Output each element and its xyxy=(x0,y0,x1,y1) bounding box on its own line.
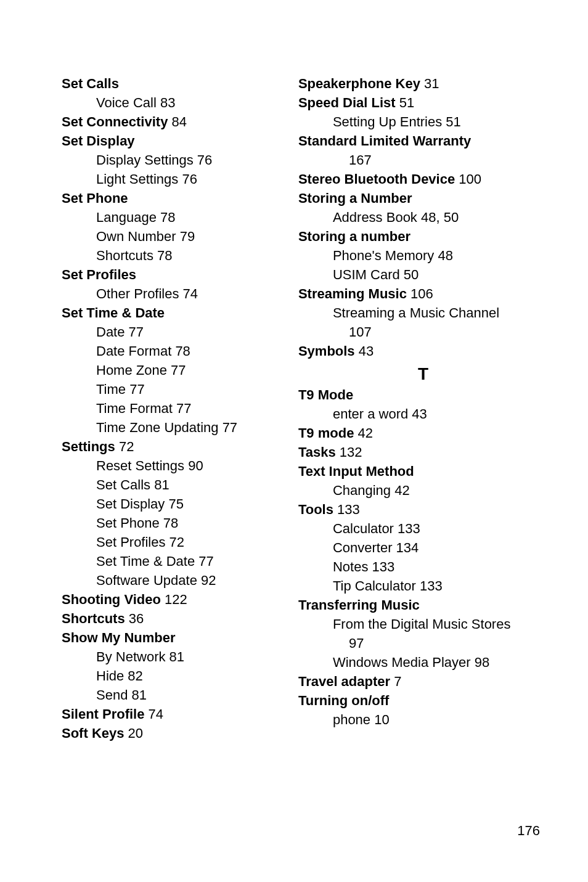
entry-page: 72 xyxy=(166,534,185,550)
index-entry: Streaming Music 106 xyxy=(298,284,548,303)
entry-label: Display Settings xyxy=(96,152,194,168)
index-entry: Time Zone Updating 77 xyxy=(62,418,292,437)
index-entry: Windows Media Player 98 xyxy=(298,653,548,672)
entry-page: 100 xyxy=(455,171,481,187)
index-entry: Software Update 92 xyxy=(62,571,292,590)
index-entry: Soft Keys 20 xyxy=(62,724,292,743)
index-entry: Travel adapter 7 xyxy=(298,672,548,691)
index-entry: Settings 72 xyxy=(62,437,292,456)
entry-page: 42 xyxy=(354,425,373,441)
entry-label: T9 mode xyxy=(298,425,354,441)
entry-page: 133 xyxy=(333,502,360,517)
index-entry: Storing a number xyxy=(298,227,548,246)
entry-page: 133 xyxy=(368,559,394,574)
entry-label: Hide xyxy=(96,668,124,684)
entry-page: 81 xyxy=(128,687,147,703)
entry-label: Set Calls xyxy=(96,477,150,492)
index-entry: T9 mode 42 xyxy=(298,423,548,443)
entry-page: 43 xyxy=(355,343,374,359)
index-entry: Text Input Method xyxy=(298,462,548,481)
entry-page: 167 xyxy=(349,152,372,168)
entry-label: Shooting Video xyxy=(62,592,161,607)
index-entry: Set Time & Date 77 xyxy=(62,552,292,571)
index-entry: Notes 133 xyxy=(298,557,548,576)
entry-label: Converter xyxy=(333,540,393,555)
index-entry: T9 Mode xyxy=(298,385,548,404)
entry-page: 42 xyxy=(391,483,410,498)
index-entry: Other Profiles 74 xyxy=(62,284,292,303)
index-entry: Converter 134 xyxy=(298,538,548,557)
entry-label: Set Profiles xyxy=(96,534,166,550)
entry-page: 81 xyxy=(165,649,184,664)
index-entry: Light Settings 76 xyxy=(62,169,292,189)
entry-label: Speed Dial List xyxy=(298,95,396,110)
index-entry: Voice Call 83 xyxy=(62,93,292,112)
entry-label: Shortcuts xyxy=(96,248,153,263)
entry-label: Set Phone xyxy=(96,515,160,531)
entry-label: Voice Call xyxy=(96,95,157,110)
index-entry: Symbols 43 xyxy=(298,341,548,361)
index-entry: Shortcuts 78 xyxy=(62,246,292,265)
index-entry: USIM Card 50 xyxy=(298,265,548,284)
entry-label: Software Update xyxy=(96,573,197,588)
columns-wrapper: Set CallsVoice Call 83Set Connectivity 8… xyxy=(62,74,542,743)
index-entry: Set Calls 81 xyxy=(62,475,292,494)
entry-label: Language xyxy=(96,210,157,225)
entry-page: 78 xyxy=(160,515,179,531)
index-entry: Set Phone 78 xyxy=(62,513,292,533)
entry-label: Light Settings xyxy=(96,171,178,187)
index-entry: Send 81 xyxy=(62,685,292,704)
entry-label: Notes xyxy=(333,559,368,574)
entry-page: 77 xyxy=(126,382,145,397)
entry-label: Show My Number xyxy=(62,630,176,645)
entry-label: Set Connectivity xyxy=(62,114,168,129)
entry-page: 82 xyxy=(124,668,143,684)
index-entry: Time Format 77 xyxy=(62,399,292,418)
index-entry: Set Calls xyxy=(62,74,292,93)
index-entry: phone 10 xyxy=(298,710,548,729)
entry-label: Set Calls xyxy=(62,76,119,91)
entry-page: 78 xyxy=(153,248,173,263)
index-entry: Date Format 78 xyxy=(62,341,292,361)
entry-page: 107 xyxy=(349,324,372,340)
index-entry: Shooting Video 122 xyxy=(62,590,292,609)
entry-page: 76 xyxy=(194,152,213,168)
entry-label: Transferring Music xyxy=(298,597,420,613)
entry-page: 48 xyxy=(434,248,453,263)
entry-page: 7 xyxy=(390,674,401,689)
entry-label: Text Input Method xyxy=(298,463,414,479)
entry-label: T9 Mode xyxy=(298,387,353,402)
index-entry: Show My Number xyxy=(62,628,292,647)
index-entry: Home Zone 77 xyxy=(62,361,292,380)
index-entry: Speakerphone Key 31 xyxy=(298,74,548,93)
entry-page: 51 xyxy=(396,95,415,110)
entry-label: Windows Media Player xyxy=(333,655,471,670)
entry-page: 78 xyxy=(171,343,190,359)
entry-page: 36 xyxy=(125,611,144,626)
entry-page: 79 xyxy=(176,229,195,244)
entry-label: Time Format xyxy=(96,401,173,416)
entry-page: 133 xyxy=(394,521,420,536)
entry-label: Date Format xyxy=(96,343,171,359)
entry-label: Reset Settings xyxy=(96,458,184,473)
entry-label: Shortcuts xyxy=(62,611,125,626)
entry-label: Settings xyxy=(62,439,115,454)
entry-label: Setting Up Entries xyxy=(333,114,442,129)
entry-label: Set Time & Date xyxy=(62,305,165,321)
entry-label: enter a word xyxy=(333,406,408,422)
entry-label: Standard Limited Warranty xyxy=(298,133,471,149)
entry-page: 77 xyxy=(195,553,214,569)
entry-page: 50 xyxy=(400,267,419,282)
index-entry: 97 xyxy=(298,634,548,653)
entry-page: 97 xyxy=(349,635,364,651)
entry-page: 76 xyxy=(178,171,197,187)
entry-page: 77 xyxy=(125,324,144,340)
entry-label: Streaming Music xyxy=(298,286,407,301)
index-entry: Shortcuts 36 xyxy=(62,609,292,628)
index-entry: Address Book 48, 50 xyxy=(298,208,548,227)
entry-page: 72 xyxy=(115,439,134,454)
index-entry: Set Profiles xyxy=(62,265,292,284)
index-entry: 167 xyxy=(298,150,548,169)
index-entry: Time 77 xyxy=(62,380,292,399)
entry-label: From the Digital Music Stores xyxy=(333,616,511,632)
